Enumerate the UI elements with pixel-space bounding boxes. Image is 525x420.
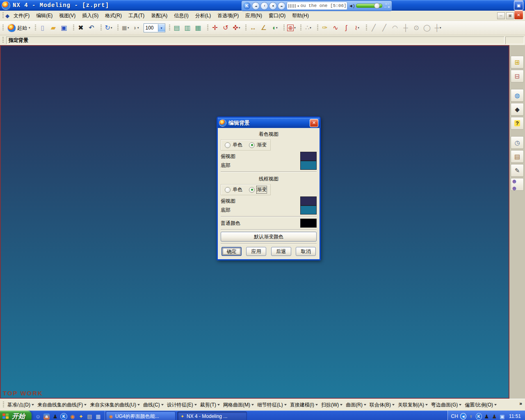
- new-file-icon[interactable]: ▯: [38, 23, 48, 33]
- previous-track-button[interactable]: ◂◂: [252, 2, 260, 10]
- sketch-arc-icon[interactable]: ◠: [390, 23, 401, 33]
- resource-bar-button[interactable]: ☻☻: [511, 178, 524, 191]
- default-gradient-colors-button[interactable]: 默认渐变颜色: [221, 232, 317, 242]
- feature-menu-item[interactable]: 偏置/比例(O): [463, 400, 498, 410]
- menu-item[interactable]: 装配(A): [148, 11, 171, 21]
- radio-wireframe-single-color[interactable]: 单色: [225, 186, 242, 193]
- feature-menu-item[interactable]: 裁剪(T): [199, 400, 221, 410]
- feature-menu-item[interactable]: 来自实体集的曲线(U): [88, 400, 142, 410]
- menu-item[interactable]: 视图(V): [56, 11, 79, 21]
- radio-shaded-gradient[interactable]: 渐变: [249, 142, 267, 148]
- mdi-restore-button[interactable]: ▣: [506, 12, 514, 19]
- toolbar-grip[interactable]: [366, 25, 367, 31]
- snap-point-icon[interactable]: ∴ ▾: [303, 23, 314, 33]
- restore-button[interactable]: ▣: [514, 1, 523, 10]
- toolbar-grip[interactable]: [317, 25, 318, 31]
- menu-item[interactable]: 插入(S): [79, 11, 102, 21]
- save-icon[interactable]: ▣: [59, 23, 70, 33]
- close-button[interactable]: ✕: [514, 10, 523, 20]
- resource-bar-button[interactable]: ◍: [511, 89, 524, 102]
- resource-bar-button[interactable]: ◆: [511, 103, 524, 116]
- toolbar-overflow-chevron[interactable]: »: [518, 401, 523, 406]
- firefox-icon[interactable]: ◉: [69, 413, 76, 420]
- menu-item[interactable]: 信息(I): [171, 11, 192, 21]
- ok-button[interactable]: 确定: [221, 247, 242, 256]
- toolbar-grip[interactable]: [283, 25, 285, 31]
- volume-slider[interactable]: [356, 4, 382, 8]
- delete-icon[interactable]: ✖: [76, 23, 87, 33]
- radio-wireframe-gradient[interactable]: 渐变: [249, 186, 267, 193]
- apply-button[interactable]: 应用: [246, 247, 266, 256]
- shaded-bottom-color-swatch[interactable]: [300, 161, 317, 170]
- nx-quicklaunch-icon[interactable]: ✦: [78, 413, 84, 420]
- measure-distance-icon[interactable]: ↔: [248, 23, 259, 33]
- menu-item[interactable]: 分析(L): [192, 11, 215, 21]
- wireframe-top-color-swatch[interactable]: [300, 196, 317, 205]
- tray-network-icon[interactable]: ▣: [499, 413, 505, 420]
- dialog-close-button[interactable]: ✕: [310, 119, 318, 127]
- qq-icon[interactable]: ♟: [52, 413, 59, 420]
- toolbar-grip[interactable]: [169, 25, 170, 31]
- layer-visible-in-view-icon[interactable]: ▥: [183, 23, 193, 33]
- wcs-dynamics-icon[interactable]: ✛: [210, 23, 221, 33]
- wcs-origin-icon[interactable]: ✜ ▾: [231, 23, 242, 33]
- tray-collapse-icon[interactable]: ◀: [460, 413, 466, 420]
- sketch-inferred-line-icon[interactable]: ╱: [379, 23, 390, 33]
- resource-bar-button[interactable]: ?: [511, 117, 524, 130]
- clock[interactable]: 11:51: [509, 413, 521, 419]
- curvature-comb-icon[interactable]: ʃ: [341, 23, 352, 33]
- menu-item[interactable]: 首选项(P): [214, 11, 242, 21]
- feature-menu-item[interactable]: 设计特征(E): [165, 400, 199, 410]
- measure-angle-icon[interactable]: ∠: [259, 23, 269, 33]
- feature-menu-item[interactable]: 来自曲线集的曲线(F): [36, 400, 88, 410]
- feature-menu-item[interactable]: 基准/点(D): [6, 400, 36, 410]
- aliwangwang-icon[interactable]: a: [43, 413, 50, 420]
- messenger-icon[interactable]: ☺: [34, 413, 41, 420]
- combo-dropdown-icon[interactable]: ▾: [158, 24, 165, 32]
- wireframe-bottom-color-swatch[interactable]: [300, 205, 317, 215]
- viewport[interactable]: TOP WORK 编辑背景 ✕ 着色视图 单色: [0, 45, 509, 399]
- ime-indicator[interactable]: CH: [451, 413, 458, 419]
- feature-menu-item[interactable]: 网格曲面(M): [221, 400, 256, 410]
- menu-item[interactable]: 工具(T): [125, 11, 148, 21]
- next-track-button[interactable]: ▸▸: [278, 2, 285, 10]
- layer-settings-icon[interactable]: ▤: [172, 23, 183, 33]
- curve-analysis-key-icon[interactable]: ✑: [320, 23, 331, 33]
- stop-button[interactable]: ■: [269, 2, 277, 10]
- feature-menu-item[interactable]: 扫掠(W): [320, 400, 344, 410]
- toolbar-grip[interactable]: [73, 25, 74, 31]
- toolbar-grip[interactable]: [2, 25, 4, 31]
- sketch-line-icon[interactable]: ╱: [369, 23, 379, 33]
- open-folder-icon[interactable]: ▰: [48, 23, 59, 33]
- facet-display-icon[interactable]: ◗ ▾: [131, 23, 142, 33]
- feature-menu-item[interactable]: 曲线(C): [142, 400, 165, 410]
- toolbar-grip[interactable]: [35, 25, 36, 31]
- kugou-icon[interactable]: K: [60, 413, 67, 420]
- cancel-button[interactable]: 取消: [296, 247, 316, 256]
- address-book-icon[interactable]: ▤: [86, 413, 93, 420]
- resource-bar-button[interactable]: ✎: [511, 164, 524, 177]
- toolbar-grip[interactable]: [300, 25, 301, 31]
- mdi-minimize-button[interactable]: ─: [497, 12, 505, 19]
- feature-menu-item[interactable]: 直接建模(I): [288, 400, 320, 410]
- toolbar-grip[interactable]: [207, 25, 208, 31]
- work-layer-combobox[interactable]: 100 ▾: [144, 23, 165, 32]
- resource-bar-button[interactable]: ⊟: [511, 70, 524, 82]
- volume-icon[interactable]: ◄): [349, 3, 355, 8]
- feature-menu-item[interactable]: 弯边曲面(G): [429, 400, 463, 410]
- menu-item[interactable]: 窗口(O): [265, 11, 289, 21]
- tray-qq-2-icon[interactable]: ♟: [491, 413, 498, 420]
- toolbar-grip[interactable]: [2, 12, 4, 19]
- measure-body-icon[interactable]: ◖ ▾: [269, 23, 280, 33]
- layer-category-icon[interactable]: ▦: [193, 23, 204, 33]
- tray-qq-1-icon[interactable]: ♟: [484, 413, 490, 420]
- kugou-logo-icon[interactable]: K: [243, 2, 251, 9]
- toolbar-grip[interactable]: [100, 25, 102, 31]
- resource-bar-button[interactable]: ◷: [511, 136, 524, 149]
- feature-menu-item[interactable]: 细节特征(L): [256, 400, 288, 410]
- selection-filter-icon[interactable]: ⊕ ▾: [286, 23, 297, 33]
- deviation-gauge-icon[interactable]: ∿: [331, 23, 341, 33]
- menu-item[interactable]: 文件(F): [10, 11, 33, 21]
- sketch-circle-icon[interactable]: ◯: [422, 23, 433, 33]
- rotate-view-icon[interactable]: ↻ ▾: [103, 23, 114, 33]
